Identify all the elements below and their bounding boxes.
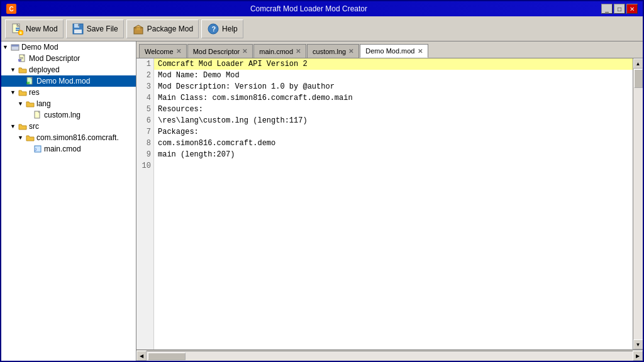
sidebar-item-lang-label: lang (36, 99, 51, 108)
toolbar: + New Mod Save File (1, 16, 643, 41)
res-folder-icon (18, 88, 28, 97)
help-label: Help (222, 25, 238, 33)
sidebar-item-src-label: src (29, 122, 39, 131)
sidebar-item-mod-descriptor[interactable]: M Mod Descriptor (1, 53, 136, 64)
save-file-icon (72, 23, 84, 35)
svg-rect-9 (74, 30, 82, 33)
line-num-10: 10 (136, 160, 153, 172)
maximize-button[interactable]: □ (614, 4, 625, 14)
sidebar-item-root[interactable]: ▼ Demo Mod (1, 41, 136, 53)
code-line-7: Packages: (154, 126, 633, 138)
title-bar: C Comcraft Mod Loader Mod Creator _ □ ✕ (1, 1, 643, 16)
tab-demo-mod-mod-close[interactable]: ✕ (418, 48, 423, 55)
line-num-6: 6 (136, 115, 153, 126)
tab-mod-descriptor-label: Mod Descriptor (193, 48, 240, 55)
sidebar-item-main-cmod[interactable]: J main.cmod (1, 143, 136, 155)
help-button[interactable]: ? Help (201, 19, 243, 38)
vertical-scrollbar[interactable]: ▲ ▼ (633, 58, 643, 349)
h-scroll-track[interactable] (147, 351, 633, 361)
svg-marker-11 (134, 25, 143, 28)
line-num-7: 7 (136, 126, 153, 138)
sidebar-item-main-cmod-label: main.cmod (44, 145, 81, 153)
tab-demo-mod-mod[interactable]: Demo Mod.mod ✕ (360, 44, 428, 58)
code-line-9: main (length:207) (154, 149, 633, 160)
svg-rect-16 (11, 45, 19, 47)
line-num-5: 5 (136, 104, 153, 115)
sidebar-item-mod-descriptor-label: Mod Descriptor (29, 54, 80, 63)
tab-main-cmod-close[interactable]: ✕ (296, 48, 301, 55)
svg-text:+: + (19, 30, 23, 35)
new-mod-button[interactable]: + New Mod (5, 19, 64, 38)
tab-main-cmod[interactable]: main.cmod ✕ (253, 44, 306, 58)
svg-rect-2 (16, 28, 19, 29)
tab-custom-lng[interactable]: custom.lng ✕ (307, 44, 359, 58)
svg-rect-12 (136, 28, 140, 30)
tab-mod-descriptor[interactable]: Mod Descriptor ✕ (187, 44, 253, 58)
package-mod-button[interactable]: Package Mod (126, 19, 199, 38)
new-mod-icon: + (11, 23, 23, 35)
main-cmod-icon: J (33, 145, 43, 153)
line-num-1: 1 (136, 58, 153, 70)
save-file-button[interactable]: Save File (66, 19, 124, 38)
scroll-left-button[interactable]: ◀ (136, 351, 147, 361)
sidebar-item-deployed-label: deployed (29, 65, 60, 74)
code-content[interactable]: Comcraft Mod Loader API Version 2 Mod Na… (154, 58, 633, 349)
sidebar-item-src[interactable]: ▼ src (1, 121, 136, 132)
svg-text:J: J (35, 148, 36, 151)
minimize-button[interactable]: _ (601, 4, 613, 14)
h-scroll-thumb[interactable] (148, 353, 186, 360)
tab-demo-mod-mod-label: Demo Mod.mod (365, 47, 414, 55)
tab-welcome-label: Welcome (145, 48, 174, 55)
new-mod-label: New Mod (26, 25, 58, 33)
svg-text:M: M (18, 58, 21, 62)
custom-lng-icon (33, 111, 43, 119)
tab-main-cmod-label: main.cmod (259, 48, 293, 55)
tab-welcome[interactable]: Welcome ✕ (139, 44, 187, 58)
project-icon (10, 43, 20, 52)
code-line-2: Mod Name: Demo Mod (154, 70, 633, 81)
scroll-track[interactable] (633, 69, 643, 339)
mod-descriptor-icon: M (18, 54, 28, 63)
sidebar-item-res-label: res (29, 88, 40, 97)
scroll-down-button[interactable]: ▼ (633, 339, 643, 349)
demo-mod-icon: M (25, 77, 35, 85)
scroll-up-button[interactable]: ▲ (633, 58, 643, 69)
sidebar-item-com-simon816[interactable]: ▼ com.simon816.comcraft. (1, 132, 136, 143)
svg-text:?: ? (212, 25, 216, 33)
sidebar-item-demo-mod-mod[interactable]: M Demo Mod.mod (1, 75, 136, 87)
help-icon: ? (207, 23, 219, 35)
content-area: Welcome ✕ Mod Descriptor ✕ main.cmod ✕ c… (136, 41, 643, 361)
close-button[interactable]: ✕ (626, 4, 638, 14)
tab-mod-descriptor-close[interactable]: ✕ (242, 48, 247, 55)
editor-area[interactable]: 1 2 3 4 5 6 7 8 9 10 Comcraft Mod Loader… (136, 58, 633, 349)
main-area: ▼ Demo Mod M Mod Descriptor ▼ (1, 41, 643, 361)
code-line-10 (154, 160, 633, 172)
title-bar-left: C (6, 4, 16, 14)
window-title: Comcraft Mod Loader Mod Creator (16, 4, 601, 13)
tab-welcome-close[interactable]: ✕ (176, 48, 181, 55)
horizontal-scrollbar[interactable]: ◀ ▶ (136, 351, 643, 361)
line-numbers: 1 2 3 4 5 6 7 8 9 10 (136, 58, 154, 349)
code-line-3: Mod Description: Version 1.0 by @author (154, 81, 633, 92)
line-num-8: 8 (136, 138, 153, 149)
sidebar: ▼ Demo Mod M Mod Descriptor ▼ (1, 41, 136, 361)
sidebar-item-deployed[interactable]: ▼ deployed (1, 64, 136, 75)
code-line-4: Main Class: com.simon816.comcraft.demo.m… (154, 92, 633, 104)
deployed-folder-icon (18, 65, 28, 74)
svg-rect-8 (78, 24, 79, 26)
svg-text:M: M (26, 81, 30, 85)
save-file-label: Save File (87, 25, 118, 33)
sidebar-item-lang[interactable]: ▼ lang (1, 98, 136, 109)
package-mod-icon (132, 23, 145, 35)
sidebar-item-custom-lng[interactable]: custom.lng (1, 109, 136, 121)
scroll-thumb[interactable] (634, 69, 643, 88)
scroll-right-button[interactable]: ▶ (633, 351, 643, 361)
line-num-4: 4 (136, 92, 153, 104)
code-line-6: \res\lang\custom.lng (length:117) (154, 115, 633, 126)
status-bar: ◀ ▶ (136, 349, 643, 361)
tab-custom-lng-close[interactable]: ✕ (348, 48, 353, 55)
app-icon: C (6, 4, 16, 14)
sidebar-item-res[interactable]: ▼ res (1, 87, 136, 98)
sidebar-item-custom-lng-label: custom.lng (44, 111, 80, 119)
svg-rect-19 (20, 57, 23, 58)
